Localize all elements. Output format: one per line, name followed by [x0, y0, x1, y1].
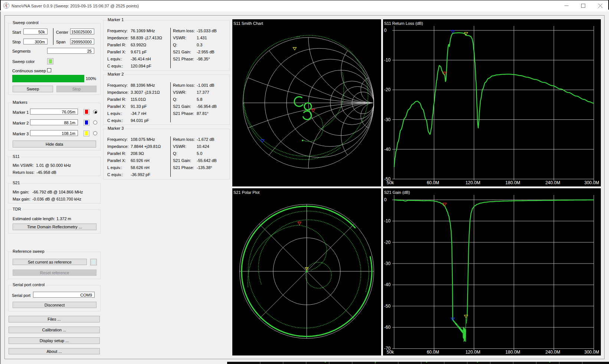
svg-text:-60: -60	[384, 325, 391, 330]
svg-text:240.0M: 240.0M	[545, 350, 560, 355]
svg-text:180.0M: 180.0M	[505, 180, 520, 185]
svg-text:-20: -20	[384, 87, 391, 92]
svg-text:S21 Gain (dB): S21 Gain (dB)	[384, 190, 410, 195]
svg-text:120.0M: 120.0M	[465, 350, 480, 355]
svg-text:-10: -10	[384, 218, 391, 224]
svg-text:-40: -40	[384, 147, 391, 152]
svg-text:300.0M: 300.0M	[584, 350, 599, 355]
svg-text:300.0M: 300.0M	[584, 180, 599, 185]
svg-text:180.0M: 180.0M	[505, 350, 520, 355]
svg-text:S11 Return Loss (dB): S11 Return Loss (dB)	[384, 21, 423, 26]
svg-text:-20: -20	[384, 240, 391, 245]
svg-text:0: 0	[384, 28, 387, 33]
svg-text:240.0M: 240.0M	[545, 180, 560, 185]
svg-text:0: 0	[384, 197, 387, 202]
svg-text:50k: 50k	[387, 350, 394, 355]
svg-text:S11 Smith Chart: S11 Smith Chart	[233, 21, 263, 26]
svg-text:50k: 50k	[387, 180, 394, 185]
svg-text:60.0M: 60.0M	[427, 350, 439, 355]
svg-text:-40: -40	[384, 282, 391, 287]
svg-text:-50: -50	[384, 304, 391, 309]
svg-text:-30: -30	[384, 117, 391, 122]
svg-text:60.0M: 60.0M	[427, 180, 439, 185]
svg-text:120.0M: 120.0M	[465, 180, 480, 185]
svg-text:-30: -30	[384, 261, 391, 266]
svg-text:-10: -10	[384, 57, 391, 63]
svg-text:S21 Polar Plot: S21 Polar Plot	[233, 190, 259, 195]
